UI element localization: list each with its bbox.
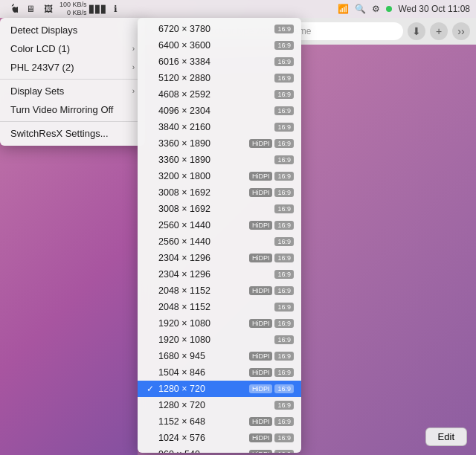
- edit-button[interactable]: Edit: [425, 427, 467, 446]
- menu-item-switchresx[interactable]: SwitchResX Settings...: [0, 124, 145, 143]
- res-item[interactable]: 4608 × 259216:9: [138, 86, 301, 103]
- res-label-text: 2560 × 1440: [158, 236, 210, 247]
- res-item[interactable]: 2304 × 129616:9: [138, 266, 301, 283]
- res-item[interactable]: 6720 × 378016:9: [138, 21, 301, 37]
- bar-icon[interactable]: ▊▊▊: [91, 2, 105, 16]
- res-item[interactable]: 3008 × 169216:9: [138, 201, 301, 217]
- hidpi-badge: HiDPI: [249, 286, 273, 295]
- arrow-icon: ›: [132, 45, 135, 53]
- menu-item-detect[interactable]: Detect Displays: [0, 21, 145, 39]
- ratio-badge: 16:9: [274, 74, 294, 83]
- hidpi-badge: HiDPI: [249, 433, 273, 442]
- ratio-badge: 16:9: [274, 237, 294, 246]
- browser-new-tab-btn[interactable]: +: [430, 22, 448, 40]
- ratio-badge: 16:9: [274, 123, 294, 132]
- menubar-right: 📶 🔍 ⚙ Wed 30 Oct 11:08: [338, 4, 470, 14]
- ratio-badge: 16:9: [274, 319, 294, 328]
- res-item[interactable]: 1680 × 945HiDPI16:9: [138, 348, 301, 364]
- context-menu-left: Detect Displays Color LCD (1) › PHL 243V…: [0, 18, 145, 146]
- res-label-text: 1504 × 846: [158, 367, 205, 378]
- menu-item-color-lcd[interactable]: Color LCD (1) ›: [0, 39, 145, 58]
- control-center-icon[interactable]: ⚙: [372, 4, 380, 14]
- res-label-text: 6400 × 3600: [158, 40, 210, 51]
- menu-item-mirroring[interactable]: Turn Video Mirroring Off: [0, 100, 145, 119]
- network-stats: 100 KB/s 0 KB/s: [60, 1, 87, 17]
- res-item[interactable]: 1920 × 1080HiDPI16:9: [138, 315, 301, 332]
- phl-label: PHL 243V7 (2): [10, 62, 74, 73]
- hidpi-badge: HiDPI: [249, 172, 273, 181]
- res-item[interactable]: 2048 × 1152HiDPI16:9: [138, 283, 301, 299]
- hidpi-badge: HiDPI: [249, 368, 273, 377]
- res-item[interactable]: 4096 × 230416:9: [138, 103, 301, 119]
- ratio-badge: 16:9: [274, 286, 294, 295]
- res-item[interactable]: 3008 × 1692HiDPI16:9: [138, 184, 301, 201]
- res-label-text: 3360 × 1890: [158, 155, 210, 165]
- ratio-badge: 16:9: [274, 335, 294, 344]
- res-item[interactable]: 3360 × 189016:9: [138, 152, 301, 168]
- res-label-text: 2048 × 1152: [158, 302, 210, 312]
- res-item[interactable]: 5120 × 288016:9: [138, 70, 301, 86]
- hidpi-badge: HiDPI: [249, 417, 273, 426]
- res-item[interactable]: 1280 × 72016:9: [138, 397, 301, 413]
- hidpi-badge: HiDPI: [249, 254, 273, 262]
- res-item[interactable]: ✓1280 × 720HiDPI16:9: [138, 381, 301, 397]
- res-label-text: 1680 × 945: [158, 351, 205, 361]
- apple-icon[interactable]: [6, 2, 19, 16]
- browser-menu-btn[interactable]: ››: [452, 22, 470, 40]
- arrow-icon: ›: [132, 63, 135, 71]
- res-label-text: 3008 × 1692: [158, 187, 210, 198]
- res-item[interactable]: 3840 × 216016:9: [138, 119, 301, 135]
- menu-item-phl[interactable]: PHL 243V7 (2) ›: [0, 58, 145, 77]
- ratio-badge: 16:9: [274, 368, 294, 377]
- hidpi-badge: HiDPI: [249, 352, 273, 361]
- ratio-badge: 16:9: [274, 221, 294, 230]
- res-label-text: 1920 × 1080: [158, 335, 210, 345]
- res-label-text: 2560 × 1440: [158, 220, 210, 230]
- ratio-badge: 16:9: [274, 155, 294, 164]
- status-dot: [386, 6, 392, 12]
- res-label-text: 3360 × 1890: [158, 138, 210, 149]
- ratio-badge: 16:9: [274, 106, 294, 115]
- ratio-badge: 16:9: [274, 270, 294, 279]
- color-lcd-label: Color LCD (1): [10, 43, 70, 54]
- info-icon[interactable]: ℹ: [109, 2, 123, 16]
- photo-icon[interactable]: 🖼: [42, 2, 55, 16]
- separator-2: [0, 121, 145, 122]
- hidpi-badge: HiDPI: [249, 450, 273, 453]
- arrow-icon: ›: [132, 87, 135, 95]
- res-item[interactable]: 1920 × 108016:9: [138, 332, 301, 348]
- res-item[interactable]: 1152 × 648HiDPI16:9: [138, 413, 301, 430]
- res-label-text: 2304 × 1296: [158, 253, 210, 263]
- res-label-text: 3008 × 1692: [158, 204, 210, 214]
- res-label-text: 1024 × 576: [158, 433, 205, 443]
- ratio-badge: 16:9: [274, 188, 294, 197]
- ratio-badge: 16:9: [274, 90, 294, 99]
- browser-download-btn[interactable]: ⬇: [408, 22, 425, 40]
- display-icon[interactable]: 🖥: [24, 2, 37, 16]
- wifi-icon[interactable]: 📶: [338, 4, 349, 14]
- ratio-badge: 16:9: [274, 57, 294, 66]
- ratio-badge: 16:9: [274, 384, 294, 393]
- res-item[interactable]: 6400 × 360016:9: [138, 37, 301, 54]
- display-sets-label: Display Sets: [10, 85, 64, 97]
- res-item[interactable]: 2304 × 1296HiDPI16:9: [138, 250, 301, 266]
- res-item[interactable]: 1504 × 846HiDPI16:9: [138, 364, 301, 381]
- res-item[interactable]: 2560 × 144016:9: [138, 233, 301, 250]
- context-menu-right: 6720 × 378016:96400 × 360016:96016 × 338…: [138, 18, 301, 453]
- res-item[interactable]: 3200 × 1800HiDPI16:9: [138, 168, 301, 184]
- hidpi-badge: HiDPI: [249, 319, 273, 328]
- res-label-text: 960 × 540: [158, 449, 200, 453]
- res-label-text: 2304 × 1296: [158, 269, 210, 280]
- res-label-text: 5120 × 2880: [158, 73, 210, 83]
- res-item[interactable]: 1024 × 576HiDPI16:9: [138, 430, 301, 446]
- res-item[interactable]: 6016 × 338416:9: [138, 54, 301, 70]
- ratio-badge: 16:9: [274, 139, 294, 148]
- menu-item-display-sets[interactable]: Display Sets ›: [0, 82, 145, 100]
- hidpi-badge: HiDPI: [249, 188, 273, 197]
- res-item[interactable]: 2048 × 115216:9: [138, 299, 301, 315]
- spotlight-icon[interactable]: 🔍: [355, 4, 366, 14]
- ratio-badge: 16:9: [274, 401, 294, 410]
- res-item[interactable]: 960 × 540HiDPI16:9: [138, 446, 301, 453]
- res-item[interactable]: 3360 × 1890HiDPI16:9: [138, 135, 301, 152]
- res-item[interactable]: 2560 × 1440HiDPI16:9: [138, 217, 301, 233]
